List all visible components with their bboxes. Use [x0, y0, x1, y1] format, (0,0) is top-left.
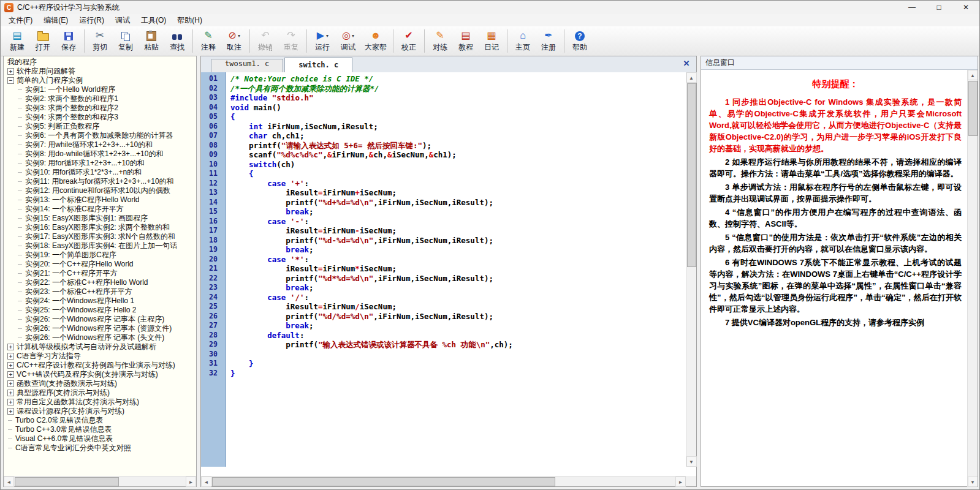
line-number[interactable]: 11 [201, 169, 226, 179]
tree-item[interactable]: 实例11: 用break与for循环求1+2+3+...+10的和 [4, 177, 196, 186]
tree-item[interactable]: 实例10: 用for循环求1*2*3+...+n的和 [4, 168, 196, 177]
scroll-right-icon[interactable]: ► [186, 477, 196, 487]
open-button[interactable]: 打开 [30, 28, 56, 54]
menu-item[interactable]: 工具(O) [135, 14, 172, 26]
tree-item[interactable]: +软件应用问题解答 [4, 67, 196, 76]
code-line[interactable]: int iFirNum,iSecNum,iResult; [230, 122, 696, 132]
line-number[interactable]: 05 [201, 112, 226, 122]
code-line[interactable]: /*一个具有两个数加减乘除功能的计算器*/ [230, 84, 696, 94]
undo-button[interactable]: ↶撤销 [253, 28, 278, 54]
line-number[interactable]: 03 [201, 93, 226, 103]
expand-icon[interactable]: + [7, 353, 14, 360]
line-number[interactable]: 22 [201, 274, 226, 284]
tree-item[interactable]: +计算机等级模拟考试与自动评分及试题解析 [4, 342, 196, 352]
tab-switch-c[interactable]: switch. c [284, 57, 352, 72]
expand-icon[interactable]: + [7, 68, 14, 75]
line-number[interactable]: 21 [201, 264, 226, 274]
scrollbar-thumb[interactable] [687, 83, 696, 267]
scroll-left-icon[interactable]: ◄ [201, 477, 211, 487]
code-line[interactable]: void main() [230, 103, 696, 113]
tree-item[interactable]: 实例22: 一个标准C++程序Hello World [4, 278, 196, 287]
paste-button[interactable]: 粘贴 [139, 28, 164, 54]
tree-item[interactable]: +典型源程序(支持演示与对练) [4, 388, 196, 398]
code-line[interactable]: case '+': [230, 179, 696, 189]
code-line[interactable]: } [230, 369, 696, 379]
tree-item[interactable]: 实例23: 一个标准C++程序开平方 [4, 287, 196, 296]
uncomment-button[interactable]: ⊘▾取注 [221, 28, 247, 54]
close-icon[interactable]: ✕ [952, 1, 979, 14]
tab-twosum1-c[interactable]: twosum1. c [211, 59, 283, 72]
menu-item[interactable]: 编辑(E) [38, 14, 74, 26]
line-number[interactable]: 14 [201, 198, 226, 208]
code-line[interactable]: iResult=iFirNum*iSecNum; [230, 264, 696, 274]
scroll-left-icon[interactable]: ◄ [4, 477, 14, 487]
tree-item[interactable]: 实例17: EasyX图形库实例3: 求N个自然数的和 [4, 232, 196, 241]
tree-item[interactable]: 实例18: EasyX图形库实例4: 在图片上加一句话 [4, 241, 196, 251]
close-tab-icon[interactable]: ✕ [682, 59, 691, 69]
tree-item[interactable]: Turbo C2.0常见错误信息表 [4, 416, 196, 425]
debug-button[interactable]: ◎▾调试 [335, 28, 361, 54]
tree-item[interactable]: 实例24: 一个Windows程序Hello 1 [4, 296, 196, 306]
scroll-down-icon[interactable]: ▼ [686, 456, 697, 467]
code-line[interactable]: } [230, 359, 696, 369]
tree-item[interactable]: −简单的入门程序实例 [4, 76, 196, 85]
code-line[interactable]: char ch,ch1; [230, 131, 696, 141]
line-number[interactable]: 32 [201, 369, 226, 379]
line-number[interactable]: 10 [201, 160, 226, 170]
line-number[interactable]: 02 [201, 84, 226, 94]
tree-item[interactable]: 实例8: 用do-while循环求1+2+3+...+10的和 [4, 149, 196, 159]
tree-item[interactable]: 实例7: 用while循环求1+2+3+...+10的和 [4, 140, 196, 149]
tree-item[interactable]: C语言常见专业词汇分类中英文对照 [4, 443, 196, 453]
tree-item[interactable]: 实例9: 用for循环求1+2+3+...+10的和 [4, 159, 196, 168]
code-line[interactable]: printf("%d+%d=%d\n",iFirNum,iSecNum,iRes… [230, 198, 696, 208]
tree-item[interactable]: 实例3: 求两个整数的和程序2 [4, 104, 196, 113]
scroll-up-icon[interactable]: ▲ [968, 70, 978, 80]
code-line[interactable]: break; [230, 321, 696, 331]
menu-item[interactable]: 文件(F) [3, 14, 38, 26]
menu-item[interactable]: 帮助(H) [172, 14, 208, 26]
line-number[interactable]: 01 [201, 74, 226, 84]
code-line[interactable]: case '/': [230, 293, 696, 303]
line-number[interactable]: 07 [201, 131, 226, 141]
tree-item[interactable]: 实例4: 求两个整数的和程序3 [4, 113, 196, 122]
tree-item[interactable]: 实例25: 一个Windows程序 Hello 2 [4, 306, 196, 315]
line-number[interactable]: 25 [201, 302, 226, 312]
code-line[interactable]: /* Note:Your choice is C IDE */ [230, 74, 696, 84]
expand-icon[interactable]: + [7, 380, 14, 387]
line-number[interactable]: 31 [201, 359, 226, 369]
tree-item[interactable]: 实例20: 一个C++程序Hello World [4, 260, 196, 269]
expand-icon[interactable]: + [7, 399, 14, 405]
comment-button[interactable]: ✎注释 [196, 28, 221, 54]
code-line[interactable]: case '-': [230, 217, 696, 227]
practice-button[interactable]: ✎对练 [427, 28, 453, 54]
tree-item[interactable]: +函数查询(支持函数演示与对练) [4, 379, 196, 388]
help-button[interactable]: ?帮助 [567, 28, 593, 54]
line-number[interactable]: 18 [201, 236, 226, 246]
code-line[interactable]: switch(ch) [230, 160, 696, 170]
line-number[interactable]: 15 [201, 207, 226, 217]
tree-item[interactable]: 实例16: EasyX图形库实例2: 求两个整数的和 [4, 223, 196, 232]
line-number[interactable]: 29 [201, 340, 226, 350]
code-line[interactable]: { [230, 112, 696, 122]
line-number[interactable]: 12 [201, 179, 226, 189]
menu-item[interactable]: 调试 [110, 14, 135, 26]
code-line[interactable]: printf("%d*%d=%d\n",iFirNum,iSecNum,iRes… [230, 274, 696, 284]
line-number[interactable]: 13 [201, 188, 226, 198]
code-line[interactable]: default: [230, 331, 696, 341]
save-button[interactable]: 保存 [56, 28, 82, 54]
code-line[interactable] [230, 350, 696, 360]
tree-item[interactable]: 实例12: 用continue和for循环求10以内的偶数 [4, 186, 196, 195]
code-area[interactable]: /* Note:Your choice is C IDE *//*一个具有两个数… [226, 72, 696, 467]
tree-item[interactable]: 实例26: 一个Widnows程序 记事本 (主程序) [4, 315, 196, 324]
line-number[interactable]: 09 [201, 150, 226, 160]
code-line[interactable]: #include "stdio.h" [230, 93, 696, 103]
code-line[interactable]: break; [230, 245, 696, 255]
code-line[interactable]: iResult=iFirNum+iSecNum; [230, 188, 696, 198]
tree-item[interactable]: +C语言学习方法指导 [4, 352, 196, 361]
line-number[interactable]: 16 [201, 217, 226, 227]
expand-icon[interactable]: + [7, 344, 14, 350]
tree-item[interactable]: 实例21: 一个C++程序开平方 [4, 269, 196, 278]
tree-item[interactable]: +课程设计源程序(支持演示与对练) [4, 407, 196, 416]
line-number[interactable]: 28 [201, 331, 226, 341]
correct-button[interactable]: ✔校正 [396, 28, 422, 54]
